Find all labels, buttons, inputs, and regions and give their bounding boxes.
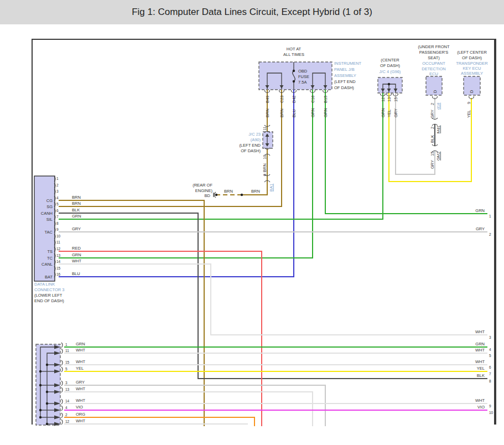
diagram-label-panel-j-b: PANEL J/B	[334, 67, 355, 72]
diagram-label-of-dash-: OF DASH)	[241, 148, 261, 153]
junction-dot-4	[215, 194, 217, 196]
diagram-label-of-dash-: OF DASH)	[334, 85, 354, 90]
diagram-label-sg: SG	[46, 204, 53, 209]
diagram-label-15: 15	[65, 360, 70, 364]
diagram-label-red: RED	[72, 246, 81, 251]
diagram-label--center: (CENTER	[381, 58, 399, 63]
diagram-label-yel: YEL	[76, 366, 84, 371]
diagram-label-c23: C23	[279, 95, 284, 103]
diagram-label-key-ecu: KEY ECU	[463, 66, 481, 71]
diagram-label-8: 8	[56, 221, 59, 225]
wire-b15-grn-to-row1	[325, 90, 487, 214]
diagram-label-org: ORG	[76, 412, 85, 417]
junction-dot-12	[46, 423, 48, 425]
diagram-label-2: 2	[430, 127, 435, 129]
diagram-label-5: 5	[56, 202, 59, 206]
junction-dot-10	[46, 391, 48, 393]
diagram-label-12: 12	[56, 247, 61, 251]
diagram-label-gry: GRY	[430, 110, 435, 118]
junction-dot-0	[293, 70, 295, 72]
diagram-label-grn: GRN	[76, 341, 85, 346]
diagram-label-d18: d18	[436, 102, 441, 110]
pin-bracket-22	[61, 399, 63, 404]
pin-bracket-24	[61, 413, 63, 418]
diagram-label-gry: GRY	[430, 160, 435, 169]
diagram-label-end-of-dash-: END OF DASH)	[34, 298, 64, 303]
diagram-label-brn: BRN	[262, 163, 267, 172]
diagram-label-9: 9	[56, 227, 59, 231]
diagram-label-blu: BLU	[72, 271, 80, 276]
wire-bat-blu-to-d42	[59, 90, 294, 277]
diagram-label-assembly: ASSEMBLY	[334, 73, 356, 78]
diagram-label-grn: GRN	[72, 252, 81, 257]
wire-ts-red-down	[59, 251, 262, 426]
diagram-label-grn: GRN	[381, 108, 386, 117]
diagram-label-gry: GRY	[76, 380, 85, 385]
junction-dot-9	[46, 364, 48, 366]
diagram-label-brn: BRN	[72, 201, 81, 206]
wiring-diagram-canvas: HOT ATALL TIMESOBDFUSE7.5AINSTRUMENTPANE…	[0, 0, 504, 445]
diagram-label-instrument: INSTRUMENT	[334, 61, 362, 66]
junction-dot-8	[39, 416, 41, 418]
diagram-label-11: 11	[262, 126, 267, 131]
diagram-label-tac: TAC	[45, 230, 53, 235]
diagram-border-left	[32, 39, 33, 425]
diagram-label-3: 3	[56, 189, 59, 193]
pin-bracket-25	[61, 420, 63, 425]
diagram-label-brn: BRN	[279, 108, 284, 117]
diagram-label-11: 11	[56, 240, 60, 244]
junction-dot-3	[241, 194, 243, 196]
diagram-label-3: 3	[489, 335, 491, 339]
pin-bracket-23	[61, 406, 63, 411]
diagram-label-3: 3	[65, 381, 67, 385]
diagram-label-11: 11	[65, 349, 69, 353]
wire-canl-wht-to-row3	[59, 264, 487, 335]
diagram-label-detection: DETECTION	[422, 66, 445, 71]
junction-dot-11	[46, 402, 48, 405]
diagram-label-2: 2	[56, 183, 59, 187]
diagram-label-gry: GRY	[476, 226, 485, 231]
diagram-label-data-link: DATA LINK	[34, 282, 55, 287]
pin-bracket-18	[61, 360, 63, 365]
diagram-label-1: 1	[489, 214, 491, 218]
diagram-label-occupant: OCCUPANT	[422, 61, 445, 66]
diagram-label-15: 15	[430, 152, 435, 156]
diagram-label-brn: BRN	[265, 108, 270, 117]
figure-title: Fig 1: Computer Data Lines Circuit, Exce…	[132, 7, 372, 18]
diagram-label-ba1: BA1	[269, 184, 274, 192]
diagram-label-engine-: ENGINE)	[195, 188, 213, 193]
diagram-label-1: 1	[56, 177, 59, 180]
junction-dot-6	[39, 384, 41, 386]
diagram-label-yel: YEL	[477, 366, 485, 371]
diagram-label-13: 13	[387, 97, 392, 102]
diagram-label-wht: WHT	[76, 386, 85, 391]
diagram-label-vio: VIO	[76, 405, 83, 410]
diagram-border-top	[32, 39, 496, 40]
diagram-label-9: 9	[466, 102, 471, 104]
pin-bracket-19	[61, 367, 63, 372]
diagram-label-4: 4	[65, 406, 67, 410]
diagram-label-ecu: ECU	[429, 71, 438, 76]
diagram-label-vio: VIO	[477, 405, 485, 410]
diagram-label-j-c-4-g96-: J/C 4 (G96)	[380, 69, 401, 74]
diagram-label-of-dash-: OF DASH)	[380, 63, 400, 68]
diagram-label--a90-: (A90)	[251, 137, 261, 142]
diagram-label-canl: CANL	[41, 262, 53, 267]
diagram-label-13: 13	[65, 387, 70, 391]
diagram-label-wht: WHT	[475, 398, 485, 403]
diagram-label-brn: BRN	[224, 189, 233, 194]
jc4-box	[378, 77, 402, 93]
diagram-label--left-end: (LEFT END	[239, 143, 261, 148]
diagram-label-wht: WHT	[475, 359, 485, 364]
diagram-label-brn: BRN	[251, 189, 260, 194]
diagram-label-brn: BRN	[72, 195, 81, 200]
wiring-diagram-page: HOT ATALL TIMESOBDFUSE7.5AINSTRUMENTPANE…	[0, 0, 504, 445]
diagram-label-15: 15	[393, 97, 398, 102]
diagram-label-14: 14	[56, 260, 61, 263]
diagram-label-1: 1	[65, 343, 67, 346]
diagram-label-gm2: GM2	[436, 152, 441, 161]
diagram-label-8: 8	[489, 379, 491, 383]
jc23-box	[263, 132, 273, 148]
diagram-label--left-center: (LEFT CENTER	[457, 50, 487, 55]
diagram-label-wht: WHT	[475, 348, 485, 353]
